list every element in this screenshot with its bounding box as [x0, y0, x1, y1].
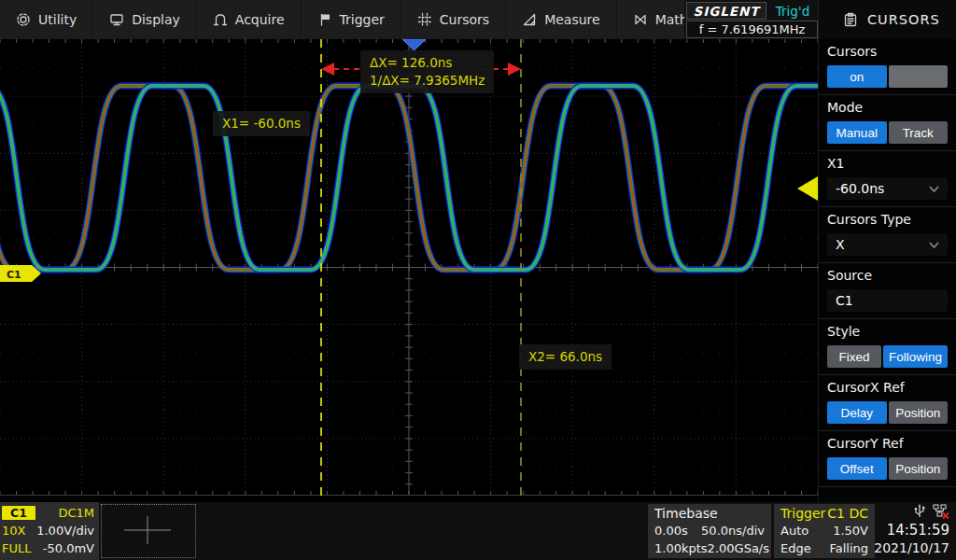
- cursors-type-label: Cursors Type: [827, 212, 948, 227]
- trigger-title: Trigger: [780, 506, 825, 521]
- delta-x-value: ΔX= 126.0ns: [370, 54, 485, 72]
- cursors-panel-header: CURSORS: [818, 0, 956, 39]
- section-source: Source C1: [819, 263, 956, 319]
- empty-channel-slot: [101, 504, 196, 558]
- trigger-source: C1 DC: [827, 506, 868, 521]
- x1-value: -60.0ns: [836, 181, 884, 196]
- waveform-display: C1 ΔX= 126.0ns 1/ΔX= 7.9365MHz X1= -60.0…: [0, 39, 818, 496]
- trigger-level: 1.50V: [833, 524, 868, 538]
- timebase-descriptor[interactable]: Timebase 0.00s 50.0ns/div 1.00kpts 2.00G…: [648, 504, 771, 558]
- menu-label: Measure: [544, 12, 600, 27]
- section-mode: Mode Manual Track: [819, 95, 956, 151]
- cursors-off-button[interactable]: [889, 65, 949, 88]
- oscilloscope-screen: Utility Display Acquire Trigger: [0, 0, 956, 560]
- channel1-probe: 10X: [2, 524, 25, 538]
- mode-manual-button[interactable]: Manual: [827, 121, 887, 144]
- menu-label: Cursors: [440, 12, 489, 27]
- cursory-ref-label: CursorY Ref: [827, 436, 948, 451]
- menu-item-acquire[interactable]: Acquire: [197, 0, 302, 39]
- cursory-position-button[interactable]: Position: [889, 457, 949, 480]
- chevron-down-icon: [929, 242, 939, 248]
- gear-icon: [16, 12, 31, 27]
- mode-label: Mode: [827, 100, 948, 115]
- brand-logo: SIGLENT: [686, 2, 766, 20]
- menu-item-cursors[interactable]: Cursors: [401, 0, 506, 39]
- channel1-descriptor[interactable]: C1 DC1M 10X 1.00V/div FULL -50.0mV: [0, 502, 99, 560]
- display-icon: [109, 12, 124, 27]
- menu-item-trigger[interactable]: Trigger: [302, 0, 401, 39]
- cursors-type-dropdown[interactable]: X: [827, 233, 948, 256]
- delta-x-readout: ΔX= 126.0ns 1/ΔX= 7.9365MHz: [360, 50, 494, 93]
- status-bar: C1 DC1M 10X 1.00V/div FULL -50.0mV Timeb…: [0, 502, 956, 560]
- trigger-flag-icon: [317, 12, 332, 27]
- section-cursorx-ref: CursorX Ref Delay Position: [819, 375, 956, 431]
- menu-label: Acquire: [235, 12, 285, 27]
- cursors-on-button[interactable]: on: [827, 65, 887, 88]
- style-fixed-button[interactable]: Fixed: [827, 345, 881, 368]
- mode-track-button[interactable]: Track: [889, 121, 949, 144]
- timebase-points: 1.00kpts: [654, 541, 708, 555]
- clipboard-icon: [843, 12, 858, 27]
- trigger-status: Trig'd: [770, 3, 815, 19]
- math-bowtie-icon: [633, 12, 648, 27]
- menu-item-measure[interactable]: Measure: [506, 0, 617, 39]
- channel1-chip[interactable]: C1: [2, 506, 35, 520]
- channel1-offset-label: C1: [7, 269, 21, 281]
- brand-area: SIGLENT Trig'd f = 7.619691MHz: [684, 0, 818, 39]
- panel-title: CURSORS: [867, 12, 940, 27]
- channel1-bandwidth: FULL: [2, 541, 31, 555]
- frequency-counter: f = 7.619691MHz: [686, 21, 818, 38]
- channel1-offset-value: -50.0mV: [43, 541, 94, 555]
- timebase-scale: 50.0ns/div: [701, 524, 765, 538]
- style-label: Style: [827, 324, 948, 339]
- cursorx-delay-button[interactable]: Delay: [827, 401, 887, 424]
- source-field[interactable]: C1: [827, 289, 948, 312]
- sample-rate: 2.00GSa/s: [708, 541, 769, 555]
- trigger-descriptor[interactable]: Trigger C1 DC Auto 1.50V Edge Falling: [774, 504, 875, 558]
- menu-item-display[interactable]: Display: [93, 0, 197, 39]
- menu-label: Trigger: [340, 12, 385, 27]
- crosshair-icon: [102, 505, 193, 555]
- section-style: Style Fixed Following: [819, 319, 956, 375]
- section-cursors-enable: Cursors on: [819, 39, 956, 95]
- section-cursory-ref: CursorY Ref Offset Position: [819, 431, 956, 487]
- acquire-arch-icon: [213, 12, 228, 27]
- timebase-delay: 0.00s: [654, 524, 688, 538]
- cursors-enable-label: Cursors: [827, 44, 948, 59]
- menu-item-utility[interactable]: Utility: [0, 0, 93, 39]
- clock-time: 14:51:59: [868, 521, 949, 539]
- x1-label: X1: [827, 156, 948, 171]
- timebase-title: Timebase: [654, 506, 718, 521]
- channel1-scale: 1.00V/div: [36, 524, 94, 538]
- cursor-x2-readout: X2= 66.0ns: [519, 344, 612, 370]
- x1-dropdown[interactable]: -60.0ns: [827, 177, 948, 200]
- trigger-mode: Auto: [780, 524, 808, 538]
- cursorx-ref-label: CursorX Ref: [827, 380, 948, 395]
- delta-arrowhead-left: [321, 63, 334, 76]
- delta-arrowhead-right: [508, 63, 521, 76]
- cursors-panel: Cursors on Mode Manual Track X1 -60.0ns: [818, 39, 956, 502]
- cursory-offset-button[interactable]: Offset: [827, 457, 887, 480]
- lan-disconnected-icon: [933, 504, 949, 519]
- trigger-position-marker[interactable]: [402, 39, 426, 50]
- trigger-slope: Falling: [829, 541, 868, 555]
- clock-date: 2021/10/17: [868, 539, 949, 557]
- cursor-x1-readout: X1= -60.0ns: [213, 111, 310, 136]
- delta-x-inverse: 1/ΔX= 7.9365MHz: [370, 72, 485, 90]
- clock-area: 14:51:59 2021/10/17: [868, 502, 952, 560]
- style-following-button[interactable]: Following: [883, 345, 948, 368]
- section-x1: X1 -60.0ns: [819, 151, 956, 207]
- menu-label: Math: [655, 12, 688, 27]
- cursorx-position-button[interactable]: Position: [889, 401, 949, 424]
- section-cursors-type: Cursors Type X: [819, 207, 956, 263]
- cursors-type-value: X: [836, 237, 845, 252]
- channel1-coupling: DC1M: [58, 506, 94, 520]
- menu-label: Utility: [38, 12, 77, 27]
- measure-ruler-icon: [522, 12, 537, 27]
- chevron-down-icon: [929, 186, 939, 192]
- waveform-svg: C1: [0, 39, 818, 496]
- source-value: C1: [836, 293, 853, 308]
- trigger-level-marker[interactable]: [797, 176, 818, 201]
- menu-label: Display: [132, 12, 180, 27]
- cursors-grid-icon: [417, 12, 432, 27]
